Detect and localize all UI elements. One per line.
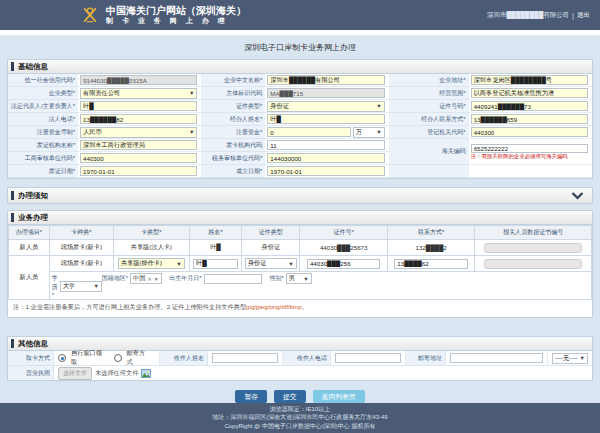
agent-contact-label: 经办人联系方式*: [389, 113, 469, 126]
notice-section: 办理须知: [7, 187, 593, 204]
pickup-row: 取卡方式 自行窗口领取 邮寄方式 收件人姓名 收件人电话 邮寄地址 ----无-…: [8, 351, 592, 366]
legal-phone-label: 法人电话*: [8, 113, 78, 126]
col-name: 姓名*: [189, 226, 241, 240]
gs-audit-code-input[interactable]: [80, 153, 197, 163]
chevron-down-icon: ▼: [189, 90, 194, 96]
legal-person-label: 法定代表人/主要负责人*: [8, 100, 78, 113]
subject-code-input[interactable]: [267, 88, 384, 98]
capital-unit-select[interactable]: 万▼: [353, 127, 385, 138]
row1-id-no: 44030███25673: [300, 240, 387, 256]
logout-link[interactable]: 退出: [577, 11, 590, 20]
establish-date-label: 成立日期*: [201, 165, 265, 178]
section-accent-bar: [11, 213, 14, 222]
capital-input[interactable]: [267, 127, 350, 137]
pickup-mail-radio[interactable]: [114, 354, 122, 362]
table-row: 新人员 现场发卡(新卡) 共享版(操作卡)▼ 身份证▼: [9, 256, 592, 272]
back-to-list-button[interactable]: 返回列表页: [313, 390, 365, 403]
capital-currency-select[interactable]: 人民币▼: [80, 127, 197, 138]
education-select[interactable]: 大学▼: [60, 281, 102, 292]
chevron-down-icon: ▼: [94, 283, 99, 289]
agent-name-input[interactable]: [267, 114, 384, 124]
chevron-down-icon: ▼: [376, 103, 381, 109]
address-select[interactable]: ----无----▼: [552, 353, 588, 364]
row2-contact-input[interactable]: [394, 259, 468, 269]
submit-button[interactable]: 提交: [274, 390, 306, 403]
card-org-code-input[interactable]: [267, 140, 384, 150]
site-subtitle: 制 卡 业 务 网 上 办 理: [106, 17, 246, 25]
gender-label: 性别*: [269, 274, 283, 283]
col-project: 办理项目*: [9, 226, 50, 240]
basic-info-title: 基础信息: [18, 62, 48, 72]
notice-expand-chevron-icon[interactable]: [571, 192, 584, 200]
file-status-text: 未选择任何文件: [95, 369, 138, 378]
agent-contact-input[interactable]: [471, 114, 588, 124]
col-contact: 联系方式*: [387, 226, 474, 240]
row2-id-no-input[interactable]: [307, 259, 381, 269]
allowed-file-types: jpg/jpeg/png/tiff/bmp: [246, 303, 302, 310]
legal-phone-input[interactable]: [80, 114, 197, 124]
header-divider: |: [572, 12, 574, 19]
company-type-select[interactable]: 有限责任公司▼: [80, 88, 197, 99]
choose-file-button[interactable]: 选择文件: [58, 367, 92, 380]
row1-card-kind: 现场发卡(新卡): [49, 240, 113, 256]
col-cert-no: 报关人员数据证书编号: [475, 226, 592, 240]
row2-card-type-select[interactable]: 共享版(操作卡)▼: [118, 258, 185, 269]
row1-card-type: 共享版(法人卡): [113, 240, 189, 256]
business-scope-input[interactable]: [471, 88, 588, 98]
row1-id-type: 身份证: [242, 240, 300, 256]
section-accent-bar: [11, 191, 14, 200]
card-org-code-label: 发卡机构代码: [201, 139, 265, 152]
business-note: 注：1.企业需注册备案后，方可进行网上相关业务办理。2.证件上传附件支持文件类型…: [8, 300, 592, 317]
customs-emblem-icon: [80, 5, 100, 25]
image-preview-icon[interactable]: [141, 369, 151, 378]
pickup-window-radio[interactable]: [58, 354, 66, 362]
row2-id-type-select[interactable]: 身份证▼: [245, 258, 297, 269]
recipient-name-label: 收件人姓名: [160, 351, 208, 365]
id-number-input[interactable]: [471, 101, 588, 111]
mail-address-input[interactable]: [450, 353, 543, 363]
company-address-input[interactable]: [471, 75, 588, 85]
customs-code-input[interactable]: [471, 144, 588, 153]
other-info-title: 其他信息: [18, 339, 48, 349]
issue-date-label: 发证日期*: [8, 165, 78, 178]
business-scope-label: 经营范围*: [389, 87, 469, 100]
establish-date-input[interactable]: [267, 166, 384, 176]
birthdate-label: 出生年月日*: [169, 274, 201, 283]
recipient-phone-input[interactable]: [335, 353, 401, 363]
pickup-window-label: 自行窗口领取: [71, 349, 105, 367]
pickup-label: 取卡方式: [8, 351, 54, 365]
save-draft-button[interactable]: 暂存: [235, 390, 267, 403]
clear-icon[interactable]: ✕: [147, 276, 151, 282]
section-accent-bar: [11, 62, 14, 71]
notice-header: 办理须知: [8, 188, 592, 203]
issue-date-input[interactable]: [80, 166, 197, 176]
id-type-select[interactable]: 身份证▼: [267, 101, 384, 112]
company-name-label: 企业中文名称*: [201, 74, 265, 87]
birthdate-input[interactable]: [204, 274, 262, 284]
company-address-label: 企业地址*: [389, 74, 469, 87]
legal-person-input[interactable]: [80, 101, 197, 111]
col-card-type: 卡类型*: [113, 226, 189, 240]
tax-audit-code-input[interactable]: [267, 153, 384, 163]
other-info-section: 其他信息 取卡方式 自行窗口领取 邮寄方式 收件人姓名 收件人电话 邮寄地址 -…: [7, 336, 593, 381]
gender-select[interactable]: 男▼: [286, 273, 312, 284]
customs-code-note: 注：有报关权限的企业必须填写海关编码: [471, 154, 588, 160]
row2-project: 新人员: [9, 256, 50, 300]
recipient-name-input[interactable]: [212, 353, 278, 363]
chevron-down-icon[interactable]: ▼: [154, 276, 159, 282]
col-id-no: 证件号*: [300, 226, 387, 240]
col-id-type: 证件类型: [242, 226, 300, 240]
credit-code-input[interactable]: [80, 75, 197, 85]
action-buttons: 暂存 提交 返回列表页: [7, 390, 593, 403]
empty-field-cell: [469, 165, 592, 178]
nation-combobox[interactable]: 中国 ✕ ▼: [130, 273, 162, 284]
issue-org-input[interactable]: [80, 140, 197, 150]
reg-org-code-input[interactable]: [471, 127, 588, 137]
company-name-input[interactable]: [267, 75, 384, 85]
row2-name-input[interactable]: [193, 259, 238, 269]
reg-org-code-label: 登记机关代码*: [389, 126, 469, 139]
mail-address-label: 邮寄地址: [406, 351, 446, 365]
top-header: 中国海关门户网站（深圳海关） 制 卡 业 务 网 上 办 理 深圳市██████…: [0, 0, 600, 30]
basic-info-section: 基础信息 统一社会信用代码* 企业中文名称* 企业地址* 企业类型* 有限责任公…: [7, 59, 593, 179]
business-title: 业务办理: [18, 213, 48, 223]
